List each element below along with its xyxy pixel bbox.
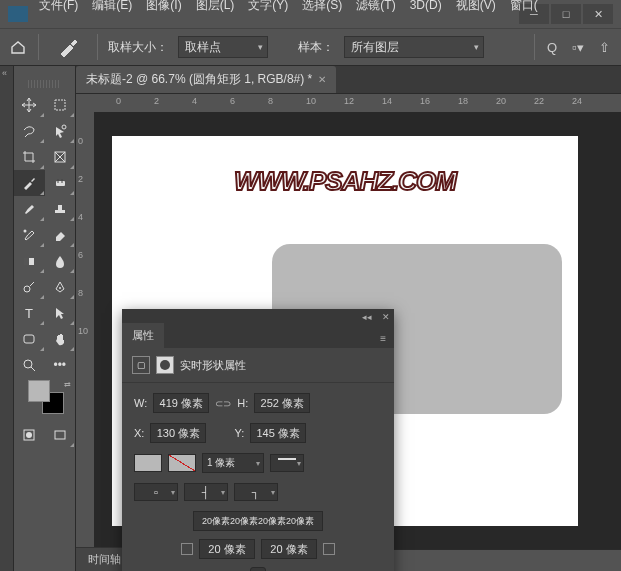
width-label: W:: [134, 397, 147, 409]
svg-point-13: [26, 432, 32, 438]
sample-size-select[interactable]: 取样点: [178, 36, 268, 58]
close-tab-icon[interactable]: ✕: [318, 74, 326, 85]
link-wh-icon[interactable]: ⊂⊃: [215, 398, 231, 409]
close-button[interactable]: ✕: [583, 4, 613, 24]
document-tab[interactable]: 未标题-2 @ 66.7% (圆角矩形 1, RGB/8#) * ✕: [76, 66, 336, 93]
corner-radius-all-input[interactable]: 20像素20像素20像素20像素: [193, 511, 323, 531]
stroke-width-select[interactable]: 1 像素: [202, 453, 264, 473]
sample-scope-label: 样本：: [298, 39, 334, 56]
eraser-tool[interactable]: [45, 222, 76, 248]
frame-tool[interactable]: [45, 144, 76, 170]
fill-color-chip[interactable]: [134, 454, 162, 472]
svg-rect-3: [56, 181, 65, 186]
panel-subtitle: 实时形状属性: [180, 358, 246, 373]
menu-select[interactable]: 选择(S): [295, 0, 349, 14]
history-brush-tool[interactable]: [14, 222, 45, 248]
menu-filter[interactable]: 滤镜(T): [349, 0, 402, 14]
path-select-tool[interactable]: [45, 300, 76, 326]
corner-tl-input[interactable]: 20 像素: [199, 539, 255, 559]
maximize-button[interactable]: □: [551, 4, 581, 24]
hand-tool[interactable]: [45, 326, 76, 352]
mask-props-icon[interactable]: [156, 356, 174, 374]
svg-point-1: [62, 125, 66, 129]
eyedropper-icon: [57, 36, 83, 58]
crop-tool[interactable]: [14, 144, 45, 170]
cap-select[interactable]: ┤: [184, 483, 228, 501]
y-label: Y:: [234, 427, 244, 439]
toolbox: T ••• ⇄: [14, 66, 76, 571]
share-icon[interactable]: ⇧: [595, 38, 613, 56]
app-icon: [8, 6, 28, 22]
brush-tool[interactable]: [14, 196, 45, 222]
quick-mask-tool[interactable]: [14, 422, 45, 448]
blur-tool[interactable]: [45, 248, 76, 274]
menu-image[interactable]: 图像(I): [139, 0, 188, 14]
dodge-tool[interactable]: [14, 274, 45, 300]
properties-panel[interactable]: ◂◂ ✕ 属性 ≡ ▢ 实时形状属性 W: 419 像素 ⊂⊃ H: 252 像…: [122, 309, 394, 571]
watermark-text: WWW.PSAHZ.COM: [234, 166, 456, 197]
menu-window[interactable]: 窗口(: [503, 0, 545, 14]
svg-rect-0: [55, 100, 65, 110]
close-panel-icon[interactable]: ✕: [382, 312, 390, 322]
svg-point-4: [24, 230, 27, 233]
more-tools[interactable]: •••: [45, 352, 76, 378]
corner-tr-input[interactable]: 20 像素: [261, 539, 317, 559]
properties-tab[interactable]: 属性: [122, 323, 164, 348]
panel-menu-icon[interactable]: ≡: [372, 329, 394, 348]
type-tool[interactable]: T: [14, 300, 45, 326]
quick-select-tool[interactable]: [45, 118, 76, 144]
search-icon[interactable]: Q: [543, 38, 561, 56]
main-area: « T ••• ⇄ 未标题-2 @ 66.7% (圆角矩形 1, RGB/8#)…: [0, 66, 621, 571]
stroke-style-select[interactable]: [270, 454, 304, 472]
join-select[interactable]: ┐: [234, 483, 278, 501]
menu-layer[interactable]: 图层(L): [189, 0, 242, 14]
artboard-tool[interactable]: [45, 92, 76, 118]
x-input[interactable]: 130 像素: [150, 423, 206, 443]
pen-tool[interactable]: [45, 274, 76, 300]
left-collapse-strip[interactable]: «: [0, 66, 14, 571]
link-corners-icon[interactable]: ⊂⊃: [250, 567, 266, 571]
color-swatches[interactable]: ⇄: [14, 378, 75, 422]
home-button[interactable]: [8, 40, 28, 54]
home-icon: [10, 40, 26, 54]
svg-text:T: T: [25, 306, 33, 320]
tool-preset[interactable]: [57, 36, 87, 58]
stamp-tool[interactable]: [45, 196, 76, 222]
menu-3d[interactable]: 3D(D): [403, 0, 449, 12]
gradient-tool[interactable]: [14, 248, 45, 274]
stroke-color-chip[interactable]: [168, 454, 196, 472]
screen-mode-tool[interactable]: [45, 422, 76, 448]
ruler-vertical[interactable]: 0 2 4 6 8 10: [76, 112, 94, 549]
corner-tr-check[interactable]: [323, 543, 335, 555]
ruler-horizontal[interactable]: 0 2 4 6 8 10 12 14 16 18 20 22 24: [76, 94, 621, 112]
svg-rect-6: [24, 258, 29, 265]
align-select[interactable]: ▫: [134, 483, 178, 501]
workspace-icon[interactable]: ▫▾: [569, 38, 587, 56]
toolbox-grip[interactable]: [28, 80, 61, 88]
shape-tool[interactable]: [14, 326, 45, 352]
fg-color[interactable]: [28, 380, 50, 402]
svg-point-11: [24, 360, 32, 368]
width-input[interactable]: 419 像素: [153, 393, 209, 413]
sample-scope-select[interactable]: 所有图层: [344, 36, 484, 58]
sample-size-label: 取样大小：: [108, 39, 168, 56]
collapse-panel-icon[interactable]: ◂◂: [362, 312, 372, 322]
move-tool[interactable]: [14, 92, 45, 118]
eyedropper-tool[interactable]: [14, 170, 45, 196]
y-input[interactable]: 145 像素: [250, 423, 306, 443]
corner-tl-check[interactable]: [181, 543, 193, 555]
menu-type[interactable]: 文字(Y): [241, 0, 295, 14]
menu-view[interactable]: 视图(V): [449, 0, 503, 14]
svg-rect-10: [24, 335, 34, 343]
lasso-tool[interactable]: [14, 118, 45, 144]
healing-tool[interactable]: [45, 170, 76, 196]
height-input[interactable]: 252 像素: [254, 393, 310, 413]
svg-rect-14: [55, 431, 65, 439]
zoom-tool[interactable]: [14, 352, 45, 378]
height-label: H:: [237, 397, 248, 409]
svg-point-7: [24, 286, 30, 292]
swap-colors-icon[interactable]: ⇄: [64, 380, 71, 389]
shape-props-icon[interactable]: ▢: [132, 356, 150, 374]
menu-file[interactable]: 文件(F): [32, 0, 85, 14]
menu-edit[interactable]: 编辑(E): [85, 0, 139, 14]
